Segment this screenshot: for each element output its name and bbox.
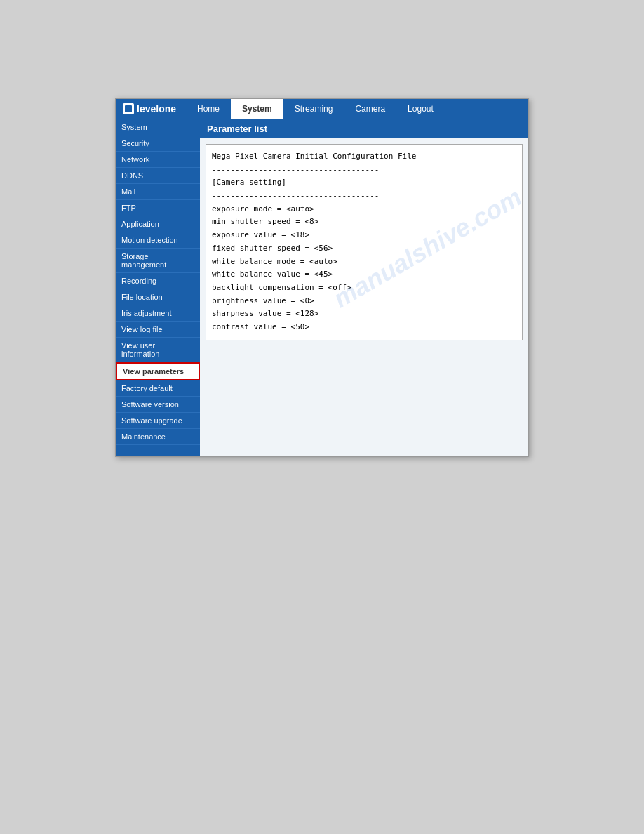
parameter-line: ------------------------------------ [212,164,516,177]
sidebar: SystemSecurityNetworkDDNSMailFTPApplicat… [116,119,200,456]
parameter-line: exposure mode = <auto> [212,203,516,216]
nav-tab-home[interactable]: Home [186,99,231,119]
content-wrapper: manualshive.com Mega Pixel Camera Initia… [200,144,528,340]
logo-text: levelone [137,103,176,114]
sidebar-item-motion-detection[interactable]: Motion detection [116,232,200,249]
sidebar-item-factory-default[interactable]: Factory default [116,380,200,397]
sidebar-item-file-location[interactable]: File location [116,289,200,305]
parameter-line: brightness value = <0> [212,295,516,308]
sidebar-item-software-upgrade[interactable]: Software upgrade [116,413,200,429]
logo: levelone [123,103,176,114]
sidebar-item-view-log-file[interactable]: View log file [116,322,200,338]
sidebar-item-view-parameters[interactable]: View parameters [116,362,200,380]
parameter-line: Mega Pixel Camera Initial Configuration … [212,150,516,164]
parameter-line: min shutter speed = <8> [212,216,516,229]
nav-tab-camera[interactable]: Camera [344,99,396,119]
browser-window: levelone HomeSystemStreamingCameraLogout… [115,98,529,457]
header: levelone HomeSystemStreamingCameraLogout [116,99,528,119]
parameter-line: fixed shutter speed = <56> [212,242,516,256]
sidebar-item-ftp[interactable]: FTP [116,200,200,216]
sidebar-item-mail[interactable]: Mail [116,184,200,200]
parameter-line: white balance value = <45> [212,268,516,282]
panel-title: Parameter list [200,119,528,138]
sidebar-item-network[interactable]: Network [116,152,200,168]
nav-tab-logout[interactable]: Logout [396,99,445,119]
parameter-line: backlight compensation = <off> [212,282,516,295]
sidebar-item-system[interactable]: System [116,119,200,135]
content-panel: Parameter list manualshive.com Mega Pixe… [200,119,528,456]
nav-tab-streaming[interactable]: Streaming [283,99,344,119]
parameter-content[interactable]: Mega Pixel Camera Initial Configuration … [206,145,522,340]
sidebar-item-recording[interactable]: Recording [116,273,200,289]
nav-tab-system[interactable]: System [231,99,283,119]
main-content: SystemSecurityNetworkDDNSMailFTPApplicat… [116,119,528,456]
sidebar-item-application[interactable]: Application [116,216,200,232]
sidebar-item-iris-adjustment[interactable]: Iris adjustment [116,305,200,322]
parameter-line: contrast value = <50> [212,321,516,334]
parameter-line: white balance mode = <auto> [212,256,516,269]
parameter-box[interactable]: Mega Pixel Camera Initial Configuration … [206,144,523,340]
sidebar-item-software-version[interactable]: Software version [116,397,200,413]
sidebar-item-storage-management[interactable]: Storage management [116,249,200,273]
parameter-line: sharpness value = <128> [212,307,516,321]
sidebar-item-ddns[interactable]: DDNS [116,168,200,184]
sidebar-item-view-user-information[interactable]: View user information [116,338,200,362]
sidebar-item-maintenance[interactable]: Maintenance [116,429,200,445]
parameter-line: ------------------------------------ [212,190,516,203]
nav-tabs: HomeSystemStreamingCameraLogout [186,99,528,119]
logo-area: levelone [116,99,186,119]
parameter-line: exposure value = <18> [212,229,516,242]
logo-icon [123,103,134,114]
sidebar-item-security[interactable]: Security [116,135,200,152]
parameter-line: [Camera setting] [212,176,516,190]
